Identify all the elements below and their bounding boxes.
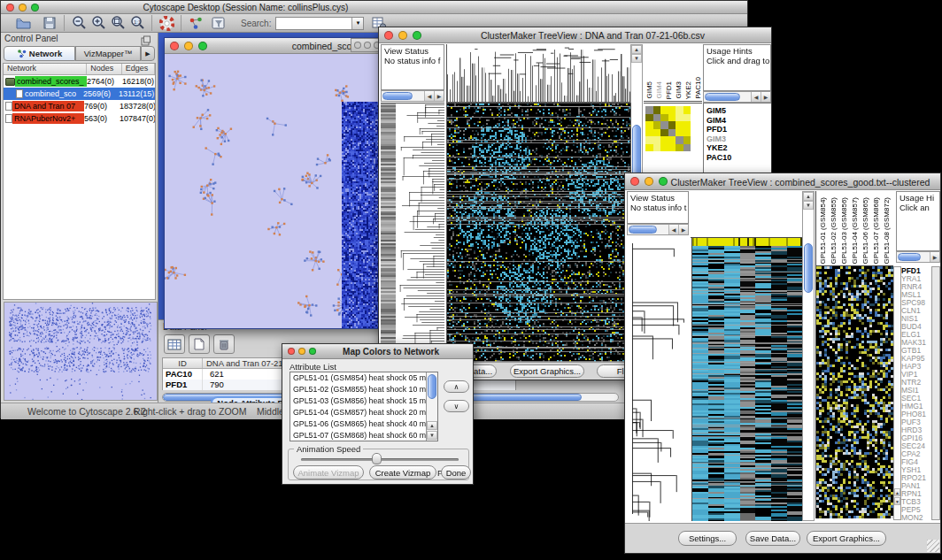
attribute-listbox[interactable]: GPL51-01 (GSM854) heat shock 05 minGPL51… — [290, 372, 438, 441]
scrollbar-thumb[interactable] — [428, 374, 436, 399]
scroll-left-arrow[interactable]: ◀ — [751, 92, 761, 102]
matrix-cell[interactable] — [653, 136, 661, 144]
matrix-cell[interactable] — [645, 136, 653, 144]
scroll-down-arrow[interactable]: ▼ — [427, 431, 437, 440]
correlation-matrix[interactable] — [645, 106, 691, 151]
dialog-titlebar[interactable]: Map Colors to Network — [282, 344, 473, 359]
treeview2-titlebar[interactable]: ClusterMaker TreeView : combined_scores_… — [625, 173, 940, 190]
matrix-cell[interactable] — [683, 106, 691, 114]
matrix-cell[interactable] — [676, 136, 683, 144]
scroll-down-arrow[interactable]: ▼ — [894, 497, 900, 505]
attribute-item[interactable]: GPL51-02 (GSM855) heat shock 10 min — [293, 384, 426, 395]
minimize-button[interactable] — [298, 348, 305, 355]
matrix-cell[interactable] — [683, 144, 691, 152]
matrix-cell[interactable] — [645, 121, 653, 129]
filter-icon[interactable] — [209, 14, 228, 32]
speed-slider-thumb[interactable] — [372, 453, 382, 464]
create-vizmap-button[interactable]: Create Vizmap — [369, 465, 436, 479]
new-attribute-icon[interactable] — [189, 334, 210, 354]
column-label[interactable]: GPL51-08 (GSM872) — [884, 197, 891, 265]
zoom-heatmap-canvas[interactable] — [815, 266, 894, 518]
delete-attribute-icon[interactable] — [213, 334, 235, 354]
network-column-header[interactable]: Nodes — [87, 64, 121, 74]
resize-grip[interactable] — [927, 540, 939, 552]
gene-label[interactable]: YKE2 — [706, 143, 771, 153]
minimize-button[interactable] — [184, 42, 193, 50]
right-vscrollbar[interactable] — [931, 266, 940, 520]
scroll-up-arrow[interactable]: ▲ — [803, 192, 814, 201]
column-label[interactable]: GIM5 — [646, 81, 653, 99]
close-button[interactable] — [354, 42, 361, 49]
scrollbar-thumb[interactable] — [804, 243, 813, 293]
done-button[interactable]: Done — [441, 465, 471, 479]
matrix-cell[interactable] — [653, 121, 661, 129]
attribute-item[interactable]: GPL51-07 (GSM868) heat shock 60 min — [293, 430, 426, 441]
matrix-cell[interactable] — [683, 136, 691, 144]
zoom-fit-icon[interactable]: 1:1 — [127, 14, 147, 32]
save-session-icon[interactable] — [40, 14, 59, 32]
gene-label[interactable]: PFD1 — [706, 125, 771, 134]
zoom-out-icon[interactable] — [69, 14, 89, 32]
matrix-cell[interactable] — [668, 106, 676, 114]
column-label[interactable]: PAC10 — [695, 77, 702, 99]
minimize-button[interactable] — [398, 31, 407, 40]
column-label[interactable]: GIM3 — [676, 81, 683, 99]
animate-vizmap-button[interactable]: Animate Vizmap — [293, 465, 364, 479]
network-overview-thumbnail[interactable] — [4, 302, 158, 401]
matrix-cell[interactable] — [676, 121, 683, 129]
select-attributes-icon[interactable] — [164, 334, 185, 354]
usage-hints-hscrollbar[interactable]: ◀ ▶ — [703, 91, 771, 103]
matrix-cell[interactable] — [676, 114, 683, 122]
gene-label[interactable]: GIM3 — [706, 134, 771, 144]
network-column-header[interactable]: Edges — [122, 64, 155, 74]
network-row[interactable]: DNA and Tran 07769(0)183728(0) — [4, 100, 155, 112]
row-dendrogram-canvas[interactable] — [627, 238, 689, 521]
matrix-cell[interactable] — [660, 144, 668, 152]
scroll-right-arrow[interactable]: ▶ — [678, 225, 688, 234]
list-vscrollbar[interactable]: ▲ ▼ — [426, 372, 437, 441]
matrix-cell[interactable] — [653, 114, 661, 122]
column-label[interactable]: GPL51-07 (GSM868) — [873, 197, 880, 265]
matrix-cell[interactable] — [668, 121, 676, 129]
gene-label[interactable]: GIM5 — [706, 106, 771, 116]
matrix-cell[interactable] — [653, 129, 661, 137]
zoom-selected-icon[interactable] — [108, 14, 127, 32]
network-column-header[interactable]: Network — [4, 64, 87, 74]
treeview1-titlebar[interactable]: ClusterMaker TreeView : DNA and Tran 07-… — [379, 27, 771, 43]
scrollbar-thumb[interactable] — [382, 92, 413, 100]
scroll-up-arrow[interactable]: ▲ — [631, 45, 642, 54]
export-graphics-button[interactable]: Export Graphics... — [510, 364, 584, 378]
row-dendrogram-canvas[interactable] — [381, 103, 444, 363]
move-down-button[interactable]: ∨ — [444, 400, 469, 412]
close-button[interactable] — [630, 177, 639, 186]
column-header-id[interactable]: ID — [163, 358, 203, 368]
gene-label[interactable]: MON2 — [901, 514, 931, 520]
minimize-button[interactable] — [645, 177, 653, 186]
column-label[interactable]: GPL51-03 (GSM856) — [841, 197, 848, 265]
zoom-button[interactable] — [198, 42, 207, 50]
scroll-right-arrow[interactable]: ▶ — [434, 91, 444, 101]
scroll-left-arrow[interactable]: ◀ — [424, 91, 434, 101]
scroll-right-arrow[interactable]: ▶ — [761, 92, 770, 102]
tab-vizmapper[interactable]: VizMapper™ — [75, 46, 141, 61]
minimize-button[interactable] — [364, 42, 371, 49]
matrix-cell[interactable] — [653, 144, 661, 152]
network-row[interactable]: combined_sco2569(6)13112(15) — [4, 88, 155, 100]
scroll-up-arrow[interactable]: ▲ — [427, 421, 437, 430]
zoom-button[interactable] — [413, 31, 421, 40]
zoom-button[interactable] — [31, 4, 39, 12]
search-dropdown-arrow[interactable]: ▼ — [351, 18, 363, 29]
matrix-cell[interactable] — [683, 129, 691, 137]
scroll-left-arrow[interactable]: ◀ — [668, 225, 678, 234]
attribute-item[interactable]: GPL51-01 (GSM854) heat shock 05 min — [293, 372, 426, 384]
help-lifesaver-icon[interactable] — [157, 14, 176, 32]
gene-label[interactable]: GIM4 — [706, 116, 771, 126]
close-button[interactable] — [6, 4, 14, 12]
main-titlebar[interactable]: Cytoscape Desktop (Session Name: collins… — [1, 1, 747, 14]
move-up-button[interactable]: ∧ — [444, 380, 469, 393]
attribute-item[interactable]: GPL51-06 (GSM865) heat shock 40 min — [293, 418, 426, 430]
network-nodes-icon[interactable] — [186, 14, 205, 32]
matrix-cell[interactable] — [668, 114, 676, 122]
zoom-in-icon[interactable] — [89, 14, 108, 32]
save-data-button[interactable]: Save Data... — [745, 531, 800, 546]
